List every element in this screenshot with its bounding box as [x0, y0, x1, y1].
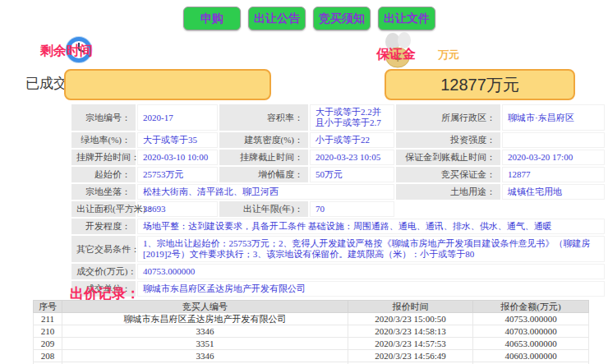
- deal-status-text: 已成交: [25, 74, 67, 93]
- info-label: 土地用途：: [396, 184, 500, 200]
- info-value: 大于或等于35: [137, 132, 218, 148]
- info-value: 2020-17: [137, 104, 218, 131]
- info-label: 开发程度：: [71, 219, 136, 234]
- table-row: 21033462020/3/23 14:58:1340703.000000: [34, 325, 589, 338]
- info-label: 建筑密度(%)：: [219, 132, 308, 148]
- info-label: 宗地坐落：: [71, 184, 136, 200]
- table-row: 211聊城市东昌府区孟达房地产开发有限公司2020/3/23 15:00:504…: [34, 313, 589, 325]
- info-value: 1、宗地出让起始价：25753万元；2、竞得人开发建设严格按《聊城市房地产开发项…: [137, 236, 605, 262]
- bid-column-header: 序号: [34, 301, 62, 313]
- bid-column-header: 报价金额(万元): [473, 301, 589, 313]
- deposit-unit-label: 万元: [438, 48, 459, 62]
- info-label: 绿地率(%)：: [71, 132, 136, 148]
- land-info-table: 宗地编号：2020-17容积率：大于或等于2.2并且小于或等于2.7所属行政区：…: [70, 103, 606, 298]
- deposit-amount-box: 12877万元: [385, 69, 575, 100]
- bid-cell: 2020/3/23 14:56:49: [348, 350, 473, 362]
- bid-records-table: 序号竞买人编号报价时间报价金额(万元) 211聊城市东昌府区孟达房地产开发有限公…: [33, 300, 589, 364]
- deposit-label: 保证金: [376, 46, 416, 63]
- info-label: 容积率：: [219, 104, 308, 131]
- info-value: [396, 201, 605, 217]
- info-row: 挂牌开始时间：2020-03-10 10:00挂牌截止时间：2020-03-23…: [71, 150, 605, 165]
- bid-header-row: 序号竞买人编号报价时间报价金额(万元): [34, 301, 589, 313]
- bid-cell: 40603.000000: [473, 350, 589, 362]
- info-value: 25753万元: [137, 167, 218, 182]
- transfer-announcement-button[interactable]: 出让公告: [248, 7, 306, 30]
- info-value: 聊城市东昌府区孟达房地产开发有限公司: [137, 281, 605, 297]
- remaining-time-label: 剩余时间: [40, 43, 93, 60]
- info-label: 所属行政区：: [396, 104, 500, 131]
- info-value: 70: [310, 201, 394, 217]
- info-row: 成交单位：聊城市东昌府区孟达房地产开发有限公司: [71, 281, 605, 297]
- bid-cell: 2020/3/23 15:00:50: [348, 313, 473, 325]
- table-row: 20933512020/3/23 14:57:5340653.000000: [34, 338, 589, 350]
- bid-cell: 聊城市东昌府区孟达房地产开发有限公司: [62, 313, 348, 325]
- info-row: 开发程度：场地平整：达到建设要求，具备开工条件 基础设施：周围通路、通电、通讯、…: [71, 219, 605, 234]
- info-label: 挂牌截止时间：: [219, 150, 308, 165]
- info-label: 成交价(万元)：: [71, 264, 136, 279]
- info-label: 投资强度：: [396, 132, 500, 148]
- info-value: 松桂大街南、清平路北、聊卫河西: [137, 184, 394, 200]
- info-row: 宗地编号：2020-17容积率：大于或等于2.2并且小于或等于2.7所属行政区：…: [71, 104, 605, 131]
- info-value: 2020-03-10 10:00: [137, 150, 218, 165]
- info-value: 50万元: [310, 167, 394, 182]
- bidding-notes-button[interactable]: 竞买须知: [313, 7, 371, 30]
- bid-column-header: 报价时间: [348, 301, 473, 313]
- bid-cell: 209: [34, 338, 62, 350]
- info-label: 出让面积(平方米)：: [71, 201, 136, 217]
- transfer-documents-button[interactable]: 出让文件: [378, 7, 435, 30]
- bid-column-header: 竞买人编号: [62, 301, 348, 313]
- info-label: 其它交易条件：: [71, 236, 136, 262]
- info-value: 2020-03-20 17:00: [502, 150, 605, 165]
- bid-cell: 40753.000000: [473, 313, 589, 325]
- info-value: 小于或等于22: [310, 132, 394, 148]
- info-label: 挂牌开始时间：: [71, 150, 136, 165]
- remaining-time-box: [64, 69, 271, 100]
- bid-cell: 40653.000000: [473, 338, 589, 350]
- info-value: 12877: [502, 167, 605, 182]
- bid-cell: 3346: [62, 350, 348, 362]
- bid-cell: 3351: [62, 338, 348, 350]
- action-toolbar: 申购 出让公告 竞买须知 出让文件: [183, 7, 435, 30]
- info-value: 大于或等于2.2并且小于或等于2.7: [310, 104, 394, 131]
- bid-cell: 3346: [62, 325, 348, 338]
- bid-cell: 2020/3/23 14:58:13: [348, 325, 473, 338]
- info-value: 40753.000000: [137, 264, 605, 279]
- info-value: 聊城市·东昌府区: [502, 104, 605, 131]
- apply-button[interactable]: 申购: [183, 7, 241, 30]
- info-label: 保证金到账截止时间：: [396, 150, 500, 165]
- info-row: 出让面积(平方米)：38693出让年限(年)：70: [71, 201, 605, 217]
- info-label: 增价幅度：: [219, 167, 308, 182]
- info-row: 绿地率(%)：大于或等于35建筑密度(%)：小于或等于22投资强度：: [71, 132, 605, 148]
- info-label: 出让年限(年)：: [219, 201, 308, 217]
- bid-cell: 208: [34, 350, 62, 362]
- info-value: 38693: [137, 201, 218, 217]
- info-label: 宗地编号：: [71, 104, 136, 131]
- info-row: 宗地坐落：松桂大街南、清平路北、聊卫河西土地用途：城镇住宅用地: [71, 184, 605, 200]
- bid-cell: 211: [34, 313, 62, 325]
- info-value: 城镇住宅用地: [502, 184, 605, 200]
- info-row: 其它交易条件：1、宗地出让起始价：25753万元；2、竞得人开发建设严格按《聊城…: [71, 236, 605, 262]
- bid-cell: 40703.000000: [473, 325, 589, 338]
- bid-cell: 2020/3/23 14:57:53: [348, 338, 473, 350]
- bid-cell: 210: [34, 325, 62, 338]
- info-label: 竞买保证金：: [396, 167, 500, 182]
- table-row: 20833462020/3/23 14:56:4940603.000000: [34, 350, 589, 362]
- auction-detail-page: 申购 出让公告 竞买须知 出让文件 剩余时间 ¥ 保证金 万元 已成交 1287…: [0, 0, 608, 364]
- info-row: 起始价：25753万元增价幅度：50万元竞买保证金：12877: [71, 167, 605, 182]
- info-row: 成交价(万元)：40753.000000: [71, 264, 605, 279]
- info-value: 场地平整：达到建设要求，具备开工条件 基础设施：周围通路、通电、通讯、排水、供水…: [137, 219, 605, 234]
- info-value: [502, 132, 605, 148]
- info-label: 起始价：: [71, 167, 136, 182]
- info-value: 2020-03-23 10:05: [310, 150, 394, 165]
